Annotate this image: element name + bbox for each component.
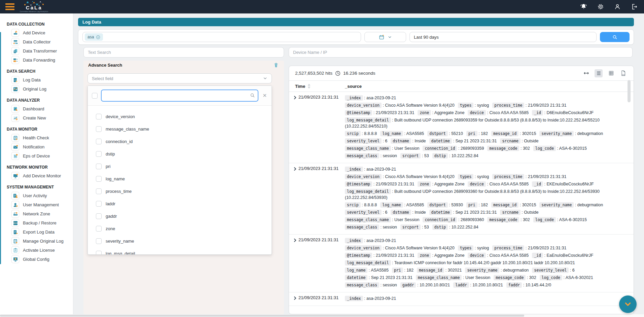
log-field-key: process_time (492, 245, 524, 251)
text-search-input[interactable] (83, 47, 284, 58)
sidebar-item-dashboard[interactable]: Dashboard (0, 104, 73, 113)
field-option-severity-name[interactable]: severity_name (96, 235, 272, 247)
sidebar-item-health-check[interactable]: Health Check (0, 133, 73, 142)
list-view-icon[interactable] (595, 69, 603, 77)
sort-icon[interactable] (307, 83, 311, 89)
field-option-process-time[interactable]: process_time (96, 185, 272, 198)
select-all-checkbox[interactable] (92, 93, 98, 99)
sidebar-scrollbar[interactable] (0, 32, 1, 264)
sidebar-item-create-new[interactable]: Create New (0, 113, 73, 122)
log-row[interactable]: 21/09/2023 21:31:31_index : asa-2023-09-… (289, 163, 634, 235)
log-field-value: 21/09/2023 21:31:31 (528, 246, 567, 250)
log-time-cell: 21/09/2023 21:31:31 (289, 166, 345, 231)
checkbox[interactable] (96, 201, 102, 207)
field-option-dstip[interactable]: dstip (96, 148, 272, 160)
log-field-value: debugrmation (577, 203, 603, 207)
source-column-header: _source (345, 84, 362, 89)
checkbox[interactable] (96, 226, 102, 232)
results-panel: 2,527,653,502 hits 16.236 seconds RAW Ti… (289, 66, 634, 314)
trash-icon[interactable] (273, 62, 279, 68)
log-field: dstname : Inside (391, 209, 426, 215)
log-row[interactable]: 21/09/2023 21:31:31_index : asa-2023-09-… (289, 92, 634, 163)
checkbox[interactable] (96, 151, 102, 157)
field-option-log-msg-detail[interactable]: log_msg_detail (96, 247, 272, 255)
sidebar-item-add-device-monitor[interactable]: Add Device Monitor (0, 171, 73, 180)
sidebar-item-label: User Management (23, 202, 59, 207)
grid-view-icon[interactable] (607, 69, 615, 77)
field-option-log-name[interactable]: log_name (96, 173, 272, 185)
field-filter-input[interactable] (101, 90, 258, 102)
sidebar-item-original-log[interactable]: Original Log (0, 84, 73, 94)
field-option-device-version[interactable]: device_version (96, 110, 272, 123)
field-option-zone[interactable]: zone (96, 222, 272, 235)
search-button[interactable] (600, 32, 630, 42)
remove-tag-icon[interactable] (96, 35, 100, 39)
expand-row-icon[interactable] (293, 95, 297, 100)
field-option-pri[interactable]: pri (96, 160, 272, 173)
checkbox[interactable] (96, 188, 102, 194)
field-option-laddr[interactable]: laddr (96, 198, 272, 210)
log-field: connection_id : 2689093359 (423, 145, 484, 151)
sidebar-item-data-transformer[interactable]: Data Transformer (0, 46, 73, 56)
expand-row-icon[interactable] (293, 238, 297, 243)
checkbox[interactable] (96, 213, 102, 219)
select-field-dropdown[interactable]: Select field (87, 73, 272, 83)
close-icon[interactable]: ✕ (262, 93, 267, 99)
sidebar-item-notification[interactable]: Notification (0, 142, 73, 151)
checkbox[interactable] (96, 139, 102, 144)
log-field-key: log_message_detail (345, 117, 391, 123)
device-name-ip-input[interactable] (289, 47, 633, 58)
horizontal-scrollbar[interactable] (0, 314, 644, 317)
sidebar-item-network-zone[interactable]: Network Zone (0, 209, 73, 218)
log-field-key: process_time (492, 103, 524, 108)
log-field-value: 21/09/2023 21:31:31 (528, 103, 567, 108)
gear-icon[interactable] (597, 3, 604, 11)
user-icon[interactable] (613, 3, 621, 11)
log-field-value: session (383, 283, 397, 287)
sidebar-item-export-log-data[interactable]: Export Log Data (0, 227, 73, 237)
date-range-input[interactable] (409, 32, 597, 42)
field-dropdown-panel: ✕ device_versionmessage_class_nameconnec… (87, 85, 272, 255)
sidebar-item-activate-license[interactable]: Activate License (0, 246, 73, 255)
log-field: severity_level : 6 (532, 267, 574, 273)
expand-row-icon[interactable] (293, 167, 297, 171)
sidebar-item-user-management[interactable]: User Management (0, 200, 73, 209)
sidebar-item-eps-of-device[interactable]: Eps of Device (0, 151, 73, 161)
checkbox[interactable] (96, 114, 102, 119)
horizontal-scrollbar-thumb[interactable] (0, 315, 524, 317)
sidebar-item-backup-restore[interactable]: Backup / Restore (0, 218, 73, 227)
bell-icon[interactable] (580, 3, 587, 11)
log-row[interactable]: 21/09/2023 21:31:31_index : asa-2023-09-… (289, 235, 634, 292)
calendar-dropdown-button[interactable] (364, 32, 406, 42)
sidebar-item-log-data[interactable]: DATALog Data (0, 75, 73, 84)
log-field: faddr : 10.145.44.2/0 (506, 282, 551, 288)
results-scrollbar[interactable] (628, 80, 631, 102)
checkbox[interactable] (96, 176, 102, 182)
raw-view-icon[interactable]: RAW (619, 69, 628, 77)
field-option-connection-id[interactable]: connection_id (96, 135, 272, 148)
scroll-down-button[interactable] (619, 295, 637, 313)
sidebar-item-manage-original-log[interactable]: Manage Original Log (0, 237, 73, 246)
hamburger-menu-icon[interactable] (5, 3, 14, 10)
checkbox[interactable] (96, 164, 102, 169)
expand-width-icon[interactable] (582, 69, 590, 77)
logout-icon[interactable] (630, 3, 638, 11)
checkbox[interactable] (96, 251, 102, 255)
sidebar-item-data-collector[interactable]: Data Collector (0, 37, 73, 46)
log-field: @timestamp : 21/09/2023 21:31:31 (345, 109, 414, 115)
log-field-value: 10.200.10.80/21 (420, 283, 450, 287)
log-field: message_code : 302 (487, 145, 530, 151)
sidebar-item-data-forwarding[interactable]: Data Forwarding (0, 56, 73, 65)
log-field: message_class : session (345, 224, 397, 230)
log-row[interactable]: 21/09/2023 21:31:31_index : asa-2023-09-… (289, 292, 634, 306)
checkbox[interactable] (96, 126, 102, 132)
search-input[interactable]: asa (82, 32, 361, 42)
sidebar-item-user-activity[interactable]: User Activity (0, 191, 73, 200)
expand-row-icon[interactable] (293, 296, 297, 301)
field-option-message-class-name[interactable]: message_class_name (96, 123, 272, 135)
checkbox[interactable] (96, 238, 102, 244)
field-option-gaddr[interactable]: gaddr (96, 210, 272, 222)
sidebar-item-global-config[interactable]: Global Config (0, 255, 73, 264)
sidebar-item-add-device[interactable]: Add Device (0, 28, 73, 37)
advance-search-title: Advance Search (88, 63, 122, 68)
